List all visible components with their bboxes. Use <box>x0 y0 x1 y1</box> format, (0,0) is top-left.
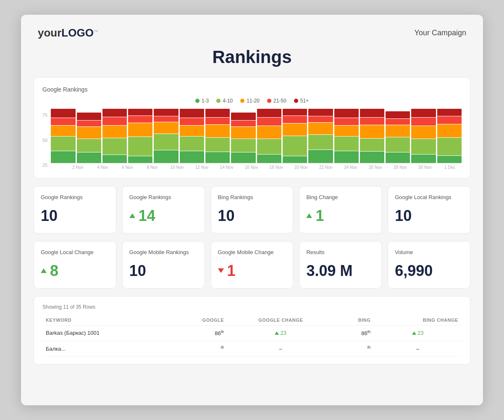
bar-segment <box>180 136 204 151</box>
bar-segment <box>334 109 359 118</box>
bar-group-10 <box>308 109 333 163</box>
chart-title: Google Rankings <box>42 86 462 93</box>
x-label-8: 18 Nov <box>265 165 288 170</box>
x-label-1: 4 Nov <box>91 165 114 170</box>
stat-card-1: Google Mobile Rankings10 <box>122 241 205 289</box>
bar-segment <box>51 109 75 118</box>
cell-google-change: 23 <box>227 325 334 341</box>
bar-segment <box>386 119 410 125</box>
change-number: 14 <box>139 207 155 225</box>
stat-value-1: 14 <box>129 207 198 225</box>
bar-segment <box>205 138 230 152</box>
y-label-25: 25 <box>42 163 47 168</box>
stat-value-4: 6,990 <box>395 262 463 280</box>
bar-segment <box>77 139 101 152</box>
x-label-14: 30 Nov <box>413 165 437 170</box>
bar-segment <box>154 150 178 163</box>
bar-segment <box>77 127 101 139</box>
legend-dot-1-3 <box>195 99 200 103</box>
bar-segment <box>386 152 410 163</box>
bar-segment <box>51 136 75 151</box>
stat-label-4: Google Local Rankings <box>395 194 463 201</box>
bar-segment <box>51 126 75 136</box>
x-label-5: 12 Nov <box>190 165 213 170</box>
logo: yourLOGO™ <box>38 26 98 39</box>
legend-21-50: 21-50 <box>267 98 286 104</box>
stat-card-2: Google Mobile Change1 <box>211 241 294 289</box>
arrow-up-icon <box>41 268 47 273</box>
stat-value-1: 10 <box>129 262 198 280</box>
cell-bing-change: 23 <box>374 325 462 341</box>
bars-container <box>51 109 462 163</box>
cell-google: 86th <box>168 325 228 341</box>
bar-segment <box>411 155 436 163</box>
cell-bing: th <box>334 341 374 357</box>
bar-segment <box>180 151 204 163</box>
cell-keyword: Barkas (Баркас) 1001 <box>42 325 168 341</box>
stat-value-3: 1 <box>306 207 375 225</box>
bar-segment <box>411 126 436 139</box>
arrow-down-icon <box>218 268 224 273</box>
bar-segment <box>102 126 127 138</box>
stat-label-3: Bing Change <box>306 194 375 201</box>
legend-dot-21-50 <box>267 99 271 103</box>
bar-segment <box>102 109 127 117</box>
col-google-change: GOOGLE CHANGE <box>227 315 334 326</box>
bar-segment <box>77 121 101 126</box>
bar-group-11 <box>334 109 359 163</box>
table-row: Barkas (Баркас) 100186th2386th23 <box>42 325 462 341</box>
bar-segment <box>231 139 255 152</box>
bar-group-3 <box>128 109 152 163</box>
bar-segment <box>360 118 384 125</box>
main-content: Google Rankings 1-3 4-10 11-20 21-50 <box>21 77 483 365</box>
stats-row-2: Google Local Change8Google Mobile Rankin… <box>34 241 470 289</box>
bar-segment <box>77 152 101 163</box>
stat-value-4: 10 <box>395 207 463 225</box>
bar-segment <box>257 118 281 126</box>
y-label-75: 75 <box>42 113 47 118</box>
bar-segment <box>283 136 307 155</box>
bar-group-15 <box>437 109 462 163</box>
bar-segment <box>360 139 384 151</box>
stat-label-0: Google Local Change <box>41 249 109 256</box>
cell-bing-change: – <box>374 341 462 357</box>
rankings-table: KEYWORD GOOGLE GOOGLE CHANGE BING BING C… <box>42 315 462 357</box>
stat-label-2: Google Mobile Change <box>218 249 286 256</box>
stat-value-2: 1 <box>218 262 286 280</box>
bar-segment <box>411 109 436 117</box>
bar-segment <box>51 118 75 125</box>
x-label-3: 8 Nov <box>140 165 164 170</box>
bar-segment <box>205 152 230 163</box>
change-number: 1 <box>227 262 236 280</box>
bar-segment <box>154 122 178 134</box>
bar-group-8 <box>257 109 281 163</box>
bar-segment <box>437 124 462 137</box>
header: yourLOGO™ Your Campaign <box>21 15 483 44</box>
cell-bing: 86th <box>334 325 374 341</box>
bar-group-2 <box>102 109 127 163</box>
bar-segment <box>205 109 230 117</box>
stat-card-3: Bing Change1 <box>299 186 382 234</box>
table-card: Showing 11 of 35 Rows KEYWORD GOOGLE GOO… <box>34 296 470 365</box>
y-label-50: 50 <box>42 138 47 143</box>
bar-group-7 <box>231 109 255 163</box>
col-google: GOOGLE <box>168 315 228 326</box>
bar-segment <box>386 111 410 119</box>
bar-segment <box>231 127 255 139</box>
stat-label-3: Results <box>306 249 375 256</box>
legend-label-51plus: 51+ <box>300 98 309 104</box>
bar-segment <box>411 118 436 126</box>
bar-segment <box>205 125 230 137</box>
table-header-row: KEYWORD GOOGLE GOOGLE CHANGE BING BING C… <box>42 315 462 326</box>
bar-segment <box>437 109 462 116</box>
bar-group-4 <box>154 109 178 163</box>
bar-segment <box>308 109 333 116</box>
bar-segment <box>257 155 281 163</box>
x-labels: 2 Nov4 Nov6 Nov8 Nov10 Nov12 Nov14 Nov16… <box>66 165 462 170</box>
legend-label-1-3: 1-3 <box>202 98 209 104</box>
bar-segment <box>77 113 101 120</box>
stat-card-0: Google Rankings10 <box>34 186 116 234</box>
bar-segment <box>154 109 178 116</box>
bar-segment <box>411 139 436 154</box>
bar-segment <box>308 123 333 134</box>
